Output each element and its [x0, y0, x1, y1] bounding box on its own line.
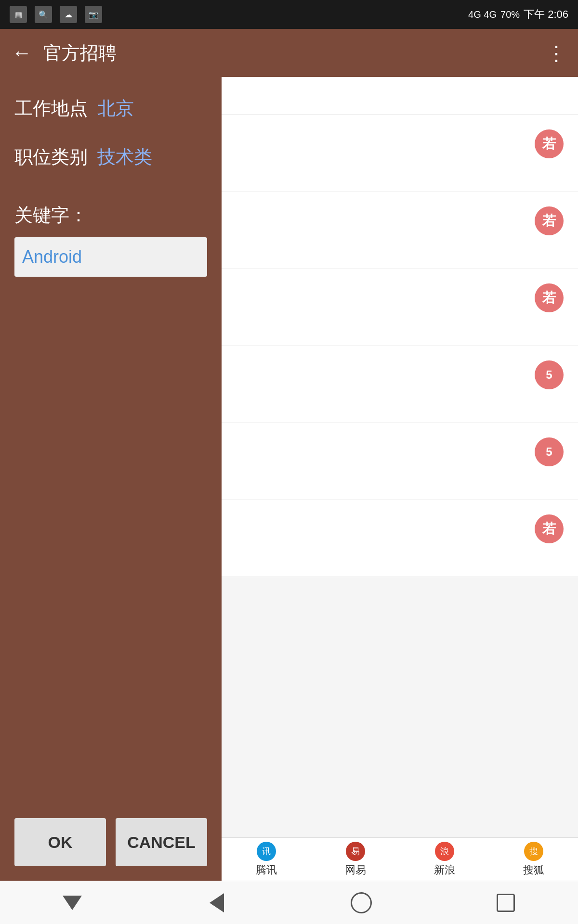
status-bar-right: 4G 4G 70% 下午 2:06 [468, 7, 568, 22]
job-badge: 若 [535, 206, 564, 235]
job-badge: 若 [535, 514, 564, 543]
keyword-label: 关键字： [14, 203, 207, 228]
home-icon [351, 892, 372, 913]
status-bar-left: ▦ 🔍 ☁ 📷 [10, 6, 102, 23]
job-badge: 5 [535, 360, 564, 389]
keyword-section: 关键字： Android [14, 203, 207, 804]
source-item[interactable]: 搜 搜狐 [523, 842, 544, 877]
back-icon [210, 893, 224, 912]
job-badge: 5 [535, 437, 564, 466]
more-button[interactable]: ⋮ [546, 41, 566, 65]
source-bar: 讯 腾讯 易 网易 浪 新浪 搜 搜狐 [222, 837, 578, 881]
job-badge: 若 [535, 283, 564, 312]
source-icon: 搜 [524, 842, 543, 861]
source-label: 新浪 [434, 863, 455, 877]
main-content: 条数: 105 总页: 11 当前页: 1 移动高级研发工程师 2015-11-… [0, 77, 578, 881]
source-item[interactable]: 浪 新浪 [434, 842, 455, 877]
job-badge: 若 [535, 129, 564, 158]
nav-bar [0, 881, 578, 924]
source-item[interactable]: 讯 腾讯 [256, 842, 277, 877]
location-filter-row: 工作地点 北京 [14, 96, 207, 121]
recent-apps-icon [497, 894, 515, 912]
chevron-down-icon [63, 896, 82, 910]
cloud-icon: ☁ [60, 6, 77, 23]
keyword-input-container[interactable]: Android [14, 237, 207, 277]
app-title: 官方招聘 [43, 41, 546, 65]
filter-button-row: OK CANCEL [14, 804, 207, 866]
battery-text: 70% [500, 9, 520, 20]
source-icon: 讯 [257, 842, 276, 861]
location-label: 工作地点 [14, 96, 88, 121]
nav-down-button[interactable] [53, 891, 92, 915]
source-label: 网易 [345, 863, 366, 877]
signal-text: 4G 4G [468, 9, 497, 20]
source-item[interactable]: 易 网易 [345, 842, 366, 877]
search-status-icon: 🔍 [35, 6, 52, 23]
ok-button[interactable]: OK [14, 818, 106, 866]
source-icon: 易 [346, 842, 365, 861]
status-bar: ▦ 🔍 ☁ 📷 4G 4G 70% 下午 2:06 [0, 0, 578, 29]
nav-back-button[interactable] [197, 891, 236, 915]
source-label: 腾讯 [256, 863, 277, 877]
source-label: 搜狐 [523, 863, 544, 877]
category-filter-row: 职位类别 技术类 [14, 145, 207, 169]
nav-recent-button[interactable] [486, 891, 525, 915]
category-label: 职位类别 [14, 145, 88, 169]
gallery-icon: ▦ [10, 6, 27, 23]
back-button[interactable]: ← [12, 43, 32, 63]
cancel-button[interactable]: CANCEL [116, 818, 207, 866]
location-value[interactable]: 北京 [97, 96, 134, 121]
filter-panel: 工作地点 北京 职位类别 技术类 关键字： Android OK CANCEL [0, 77, 222, 881]
nav-home-button[interactable] [342, 891, 381, 915]
app-bar: ← 官方招聘 ⋮ [0, 29, 578, 77]
time-text: 下午 2:06 [524, 7, 568, 22]
camera-icon: 📷 [85, 6, 102, 23]
source-icon: 浪 [435, 842, 454, 861]
keyword-input[interactable]: Android [22, 247, 82, 267]
category-value[interactable]: 技术类 [97, 145, 152, 169]
